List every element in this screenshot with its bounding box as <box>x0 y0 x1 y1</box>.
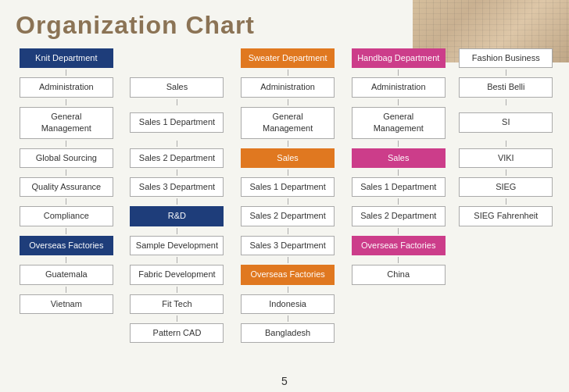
sales1-sweater: Sales 1 Department <box>241 177 335 197</box>
cell-r8c2: Fit Tech <box>122 293 233 315</box>
sales3-sweater: Sales 3 Department <box>241 236 335 255</box>
fashion-business-box: Fashion Business <box>459 48 553 68</box>
cell-r2c4: General Management <box>343 105 454 141</box>
bangladesh: Bangladesh <box>241 323 335 343</box>
general-management-handbag: General Management <box>352 107 446 139</box>
cell-r4c5: SIEG <box>454 176 558 198</box>
cell-r1c5: Besti Belli <box>454 76 558 98</box>
cell-r2c3: General Management <box>232 105 343 141</box>
connector-row-0 <box>11 69 558 76</box>
handbag-department-box: Handbag Department <box>352 48 446 68</box>
cell-r3c2: Sales 2 Department <box>122 147 233 169</box>
knit-department-box: Knit Department <box>20 48 113 68</box>
cell-r3c1: Global Sourcing <box>11 147 122 169</box>
connector-row-7 <box>11 287 558 293</box>
cell-r5c5: SIEG Fahrenheit <box>454 205 558 227</box>
sales-handbag: Sales <box>352 148 446 168</box>
fabric-development: Fabric Development <box>130 265 224 284</box>
row-3: Global Sourcing Sales 2 Department Sales… <box>11 147 558 169</box>
cell-r8c1: Vietnam <box>11 293 122 315</box>
sample-development: Sample Development <box>130 236 224 255</box>
row-4: Quality Assurance Sales 3 Department Sal… <box>11 176 558 198</box>
cell-r9c3: Bangladesh <box>232 322 343 344</box>
connector-row-5 <box>11 228 558 234</box>
overseas-factories-sweater: Overseas Factories <box>241 265 335 284</box>
cell-r4c3: Sales 1 Department <box>232 176 343 198</box>
cell-r2c2: Sales 1 Department <box>122 105 233 141</box>
cell-r9c1 <box>11 322 122 344</box>
administration-handbag: Administration <box>352 77 446 97</box>
cell-r1c3: Administration <box>232 76 343 98</box>
connector-row-3 <box>11 169 558 176</box>
cell-r3c5: VIKI <box>454 147 558 169</box>
connector-row-2 <box>11 141 558 147</box>
cell-r1c4: Administration <box>343 76 454 98</box>
cell-r3c4: Sales <box>343 147 454 169</box>
cell-r7c1: Guatemala <box>11 263 122 286</box>
cell-r1c2: Sales <box>122 76 233 98</box>
cell-r1c1: Administration <box>11 76 122 98</box>
cell-r5c1: Compliance <box>11 205 122 227</box>
cell-empty-1 <box>122 47 233 69</box>
besti-belli: Besti Belli <box>459 77 553 97</box>
sales-knit: Sales <box>130 77 224 97</box>
si: SI <box>459 112 553 132</box>
cell-r6c4: Overseas Factories <box>343 234 454 257</box>
cell-fashion-business: Fashion Business <box>454 47 558 69</box>
overseas-factories-knit: Overseas Factories <box>20 236 113 255</box>
row-8: Vietnam Fit Tech Indonesia <box>11 293 558 315</box>
cell-r4c4: Sales 1 Department <box>343 176 454 198</box>
administration-sweater: Administration <box>241 77 335 97</box>
sieg: SIEG <box>459 177 553 197</box>
connector-row-1 <box>11 99 558 105</box>
compliance: Compliance <box>20 206 113 226</box>
cell-r3c3: Sales <box>232 147 343 169</box>
overseas-factories-handbag: Overseas Factories <box>352 236 446 255</box>
page-title: Organization Chart <box>16 11 255 40</box>
page-header: Organization Chart <box>0 0 569 47</box>
general-management-knit: General Management <box>20 107 113 139</box>
cell-r7c5 <box>454 263 558 286</box>
sales1-dept: Sales 1 Department <box>130 112 224 132</box>
cell-knit-dept: Knit Department <box>11 47 122 69</box>
rd: R&D <box>130 206 224 226</box>
cell-r4c2: Sales 3 Department <box>122 176 233 198</box>
cell-r7c3: Overseas Factories <box>232 263 343 286</box>
row-5: Compliance R&D Sales 2 Department Sales … <box>11 205 558 227</box>
connector-row-6 <box>11 257 558 263</box>
cell-r2c1: General Management <box>11 105 122 141</box>
cell-r6c3: Sales 3 Department <box>232 234 343 257</box>
cell-r4c1: Quality Assurance <box>11 176 122 198</box>
fit-tech: Fit Tech <box>130 294 224 314</box>
sales2-sweater: Sales 2 Department <box>241 206 335 226</box>
pattern-cad: Pattern CAD <box>130 323 224 343</box>
sales2-dept: Sales 2 Department <box>130 148 224 168</box>
sales1-handbag: Sales 1 Department <box>352 177 446 197</box>
sweater-department-box: Sweater Department <box>241 48 335 68</box>
cell-r9c2: Pattern CAD <box>122 322 233 344</box>
row-1: Administration Sales Administration Admi… <box>11 76 558 98</box>
cell-r8c3: Indonesia <box>232 293 343 315</box>
vietnam: Vietnam <box>20 294 113 314</box>
general-management-sweater: General Management <box>241 107 335 139</box>
org-chart: Knit Department Sweater Department Handb… <box>0 47 569 344</box>
cell-r5c2: R&D <box>122 205 233 227</box>
page-number: 5 <box>281 375 288 387</box>
connector-row-4 <box>11 198 558 205</box>
sales3-dept: Sales 3 Department <box>130 177 224 197</box>
cell-r2c5: SI <box>454 105 558 141</box>
guatemala: Guatemala <box>20 265 113 284</box>
sieg-fahrenheit: SIEG Fahrenheit <box>459 206 553 226</box>
cell-r5c4: Sales 2 Department <box>343 205 454 227</box>
cell-r6c5 <box>454 234 558 257</box>
sales-sweater: Sales <box>241 148 335 168</box>
global-sourcing: Global Sourcing <box>20 148 113 168</box>
cell-r6c2: Sample Development <box>122 234 233 257</box>
cell-r7c2: Fabric Development <box>122 263 233 286</box>
indonesia: Indonesia <box>241 294 335 314</box>
quality-assurance: Quality Assurance <box>20 177 113 197</box>
dept-header-row: Knit Department Sweater Department Handb… <box>11 47 558 69</box>
china: China <box>352 265 446 284</box>
page-footer: 5 <box>0 375 569 387</box>
connector-row-8 <box>11 315 558 322</box>
